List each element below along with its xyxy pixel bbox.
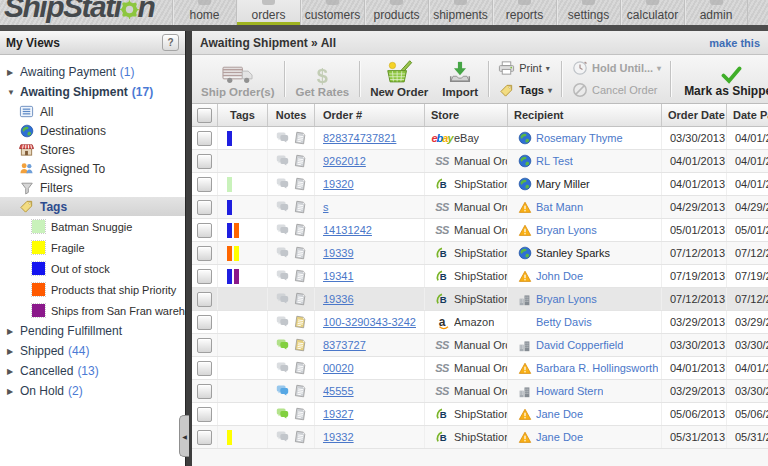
sidebar-item-pending-fulfillment[interactable]: ▶Pending Fulfillment: [0, 321, 185, 341]
chat-icon[interactable]: [275, 315, 290, 329]
memo-icon[interactable]: [293, 200, 307, 214]
table-row[interactable]: 19341BShipStationJohn Doe07/19/201307/19…: [192, 265, 768, 288]
order-number-link[interactable]: 14131242: [323, 224, 372, 236]
tab-customers[interactable]: customers: [300, 0, 364, 25]
row-checkbox[interactable]: [197, 154, 212, 169]
memo-icon[interactable]: [293, 338, 307, 352]
column-header-date-paid[interactable]: Date Paid: [727, 104, 768, 126]
recipient-link[interactable]: Bryan Lyons: [536, 293, 597, 305]
recipient-link[interactable]: Bryan Lyons: [536, 224, 597, 236]
row-checkbox[interactable]: [197, 384, 212, 399]
recipient-link[interactable]: Howard Stern: [536, 385, 603, 397]
order-number-link[interactable]: 19339: [323, 247, 354, 259]
table-row[interactable]: 14131242SSManual Ord...Bryan Lyons05/01/…: [192, 219, 768, 242]
memo-icon[interactable]: [293, 292, 307, 306]
order-number-link[interactable]: 19336: [323, 293, 354, 305]
memo-icon[interactable]: [293, 223, 307, 237]
sidebar-item-tags[interactable]: Tags: [0, 197, 185, 216]
table-row[interactable]: sSSManual Ord...Bat Mann04/29/201304/29/…: [192, 196, 768, 219]
sidebar-item-destinations[interactable]: Destinations: [0, 121, 185, 140]
sidebar-item-on-hold[interactable]: ▶On Hold(2): [0, 381, 185, 401]
memo-icon[interactable]: [293, 430, 307, 444]
order-number-link[interactable]: 9262012: [323, 155, 366, 167]
memo-icon[interactable]: [293, 269, 307, 283]
row-checkbox[interactable]: [197, 361, 212, 376]
table-row[interactable]: 19339BShipStationStanley Sparks07/12/201…: [192, 242, 768, 265]
chat-icon[interactable]: [275, 131, 290, 145]
order-number-link[interactable]: 19332: [323, 431, 354, 443]
row-checkbox[interactable]: [197, 200, 212, 215]
table-row[interactable]: 8373727SSManual Ord...David Copperfield0…: [192, 334, 768, 357]
select-all-checkbox[interactable]: [197, 108, 212, 123]
row-checkbox[interactable]: [197, 131, 212, 146]
chat-icon[interactable]: [275, 223, 290, 237]
table-row[interactable]: 19327BShipStationJane Doe05/06/201305/06…: [192, 403, 768, 426]
table-row[interactable]: 19336BShipStationBryan Lyons07/12/201307…: [192, 288, 768, 311]
order-number-link[interactable]: 19320: [323, 178, 354, 190]
row-checkbox[interactable]: [197, 269, 212, 284]
memo-icon[interactable]: [293, 177, 307, 191]
sidebar-item-filters[interactable]: Filters: [0, 178, 185, 197]
memo-icon[interactable]: [293, 407, 307, 421]
chat-icon[interactable]: [275, 269, 290, 283]
sidebar-tag-ships-from-san-fran-warehouse[interactable]: Ships from San Fran warehouse: [0, 300, 185, 321]
tab-orders[interactable]: orders: [236, 0, 300, 25]
order-number-link[interactable]: 828374737821: [323, 132, 396, 144]
mark-as-shipped-button[interactable]: Mark as Shipped: [674, 55, 768, 103]
order-number-link[interactable]: s: [323, 201, 329, 213]
chat-icon[interactable]: [275, 200, 290, 214]
sidebar-item-cancelled[interactable]: ▶Cancelled(13): [0, 361, 185, 381]
row-checkbox[interactable]: [197, 338, 212, 353]
memo-icon[interactable]: [293, 384, 307, 398]
ship-order-s-button[interactable]: Ship Order(s): [194, 55, 281, 103]
table-row[interactable]: 45555SSManual Ord...Howard Stern03/29/20…: [192, 380, 768, 403]
chat-icon[interactable]: [275, 361, 290, 375]
recipient-link[interactable]: Barbara R. Hollingsworth: [536, 362, 658, 374]
row-checkbox[interactable]: [197, 246, 212, 261]
row-checkbox[interactable]: [197, 223, 212, 238]
row-checkbox[interactable]: [197, 407, 212, 422]
order-number-link[interactable]: 19327: [323, 408, 354, 420]
order-number-link[interactable]: 8373727: [323, 339, 366, 351]
tab-settings[interactable]: settings: [556, 0, 620, 25]
sidebar-tag-fragile[interactable]: Fragile: [0, 237, 185, 258]
table-row[interactable]: 100-3290343-3242aAmazonBetty Davis03/29/…: [192, 311, 768, 334]
row-checkbox[interactable]: [197, 430, 212, 445]
recipient-link[interactable]: Jane Doe: [536, 431, 583, 443]
recipient-link[interactable]: Betty Davis: [536, 316, 592, 328]
memo-icon[interactable]: [293, 361, 307, 375]
order-number-link[interactable]: 19341: [323, 270, 354, 282]
column-header-order[interactable]: Order #: [315, 104, 425, 126]
recipient-link[interactable]: Jane Doe: [536, 408, 583, 420]
get-rates-button[interactable]: $Get Rates: [288, 55, 356, 103]
table-row[interactable]: 19320BShipStationMary Miller04/01/201304…: [192, 173, 768, 196]
chat-icon[interactable]: [275, 154, 290, 168]
import-button[interactable]: Import: [435, 55, 485, 103]
table-row[interactable]: 19332BShipStationJane Doe05/31/201305/31…: [192, 426, 768, 449]
chat-icon[interactable]: [275, 177, 290, 191]
chat-icon[interactable]: [275, 407, 290, 421]
cancel-order-button[interactable]: Cancel Order: [571, 81, 661, 100]
row-checkbox[interactable]: [197, 315, 212, 330]
chat-icon[interactable]: [275, 292, 290, 306]
order-number-link[interactable]: 45555: [323, 385, 354, 397]
chat-icon[interactable]: [275, 430, 290, 444]
chat-icon[interactable]: [275, 338, 290, 352]
make-this-link[interactable]: make this: [709, 37, 760, 49]
column-header-notes[interactable]: Notes: [268, 104, 315, 126]
hold-until-button[interactable]: Hold Until...▾: [571, 59, 661, 78]
column-header-select[interactable]: [192, 104, 218, 126]
tab-products[interactable]: products: [364, 0, 428, 25]
sidebar-item-assigned-to[interactable]: Assigned To: [0, 159, 185, 178]
order-number-link[interactable]: 100-3290343-3242: [323, 316, 416, 328]
sidebar-tag-batman-snuggie[interactable]: Batman Snuggie: [0, 216, 185, 237]
sidebar-collapse-handle[interactable]: ◀: [179, 415, 189, 457]
table-row[interactable]: 00020SSManual Ord...Barbara R. Hollingsw…: [192, 357, 768, 380]
column-header-tags[interactable]: Tags: [218, 104, 268, 126]
print-button[interactable]: Print▾: [498, 59, 552, 78]
tags-button[interactable]: Tags▾: [498, 81, 552, 100]
sidebar-item-shipped[interactable]: ▶Shipped(44): [0, 341, 185, 361]
tab-reports[interactable]: reports: [492, 0, 556, 25]
sidebar-item-all[interactable]: All: [0, 102, 185, 121]
sidebar-tag-products-that-ship-priority[interactable]: Products that ship Priority: [0, 279, 185, 300]
